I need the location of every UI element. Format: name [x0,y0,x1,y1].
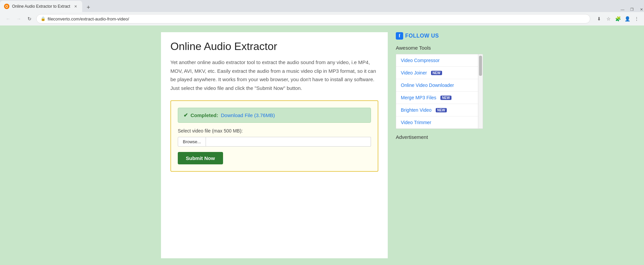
address-bar-row: ← → ↻ 🔒 fileconverto.com/extract-audio-f… [0,12,644,25]
url-text: fileconverto.com/extract-audio-from-vide… [48,16,129,21]
new-badge-brighten-video: NEW [436,108,447,112]
tab-close-button[interactable]: ✕ [73,4,78,9]
page-title: Online Audio Extractor [170,40,378,53]
main-section: Online Audio Extractor Yet another onlin… [161,32,388,258]
awesome-tools-label: Awesome Tools [396,45,483,51]
advertisement-label: Advertisement [396,134,483,140]
tool-item[interactable]: Brighten Video NEW [396,104,478,116]
lock-icon: 🔒 [41,16,46,21]
tab-title: Online Audio Extractor to Extract [12,4,70,9]
tool-item[interactable]: Online Video Downloader [396,79,478,92]
facebook-icon: f [396,32,403,40]
file-select-label: Select video file (max 500 MB): [178,128,371,134]
bookmark-icon[interactable]: ☆ [605,15,612,22]
file-name-input[interactable] [206,137,371,147]
follow-us: f FOLLOW US [396,32,483,40]
extensions-icon[interactable]: 🧩 [614,15,621,22]
window-controls: — ❐ ✕ [620,7,644,12]
tools-box: Video Compressor Video Joiner NEW Online… [396,54,483,129]
tab-favicon: O [4,4,9,9]
tool-link-merge-mp3[interactable]: Merge MP3 Files [401,95,436,100]
follow-label: FOLLOW US [405,33,439,39]
back-button[interactable]: ← [4,15,12,23]
submit-button[interactable]: Submit Now [178,152,223,164]
page-description: Yet another online audio extractor tool … [170,58,378,92]
new-tab-button[interactable]: + [84,3,93,12]
tool-link-video-joiner[interactable]: Video Joiner [401,70,427,75]
completed-label: Completed: [191,112,218,118]
tool-link-brighten-video[interactable]: Brighten Video [401,107,432,113]
new-badge-video-joiner: NEW [431,71,442,75]
tool-item[interactable]: Merge MP3 Files NEW [396,92,478,104]
new-badge-merge-mp3: NEW [440,96,451,100]
page-wrapper: Online Audio Extractor Yet another onlin… [0,25,644,265]
tool-link-online-video-downloader[interactable]: Online Video Downloader [401,83,454,88]
upload-box: ✔ Completed: Download File (3.76MB) Sele… [170,100,378,172]
active-tab[interactable]: O Online Audio Extractor to Extract ✕ [0,1,82,12]
browse-button[interactable]: Browse... [178,137,206,147]
minimize-button[interactable]: — [620,7,625,12]
forward-button[interactable]: → [15,15,23,23]
refresh-button[interactable]: ↻ [25,15,34,23]
sidebar: f FOLLOW US Awesome Tools Video Compress… [396,32,483,258]
download-link[interactable]: Download File (3.76MB) [221,112,275,118]
tool-item[interactable]: Video Trimmer [396,116,478,128]
menu-icon[interactable]: ⋮ [633,15,640,22]
maximize-button[interactable]: ❐ [629,7,635,12]
tab-bar: O Online Audio Extractor to Extract ✕ + … [0,0,644,12]
tool-item[interactable]: Video Joiner NEW [396,67,478,79]
toolbar-icons: ⬇ ☆ 🧩 👤 ⋮ [596,15,640,22]
tool-link-video-compressor[interactable]: Video Compressor [401,58,440,63]
completed-banner: ✔ Completed: Download File (3.76MB) [178,108,371,123]
scrollbar-track [478,54,483,128]
tool-link-video-trimmer[interactable]: Video Trimmer [401,120,431,125]
account-icon[interactable]: 👤 [624,15,631,22]
address-bar[interactable]: 🔒 fileconverto.com/extract-audio-from-vi… [36,14,590,23]
download-icon[interactable]: ⬇ [596,15,602,22]
close-button[interactable]: ✕ [639,7,644,12]
checkmark-icon: ✔ [183,112,188,118]
file-input-row: Browse... [178,137,371,147]
browser-chrome: O Online Audio Extractor to Extract ✕ + … [0,0,644,25]
page-content: Online Audio Extractor Yet another onlin… [161,25,483,265]
scrollbar-thumb[interactable] [479,56,482,76]
tools-scrollbar[interactable] [478,54,483,128]
tool-item[interactable]: Video Compressor [396,54,478,67]
